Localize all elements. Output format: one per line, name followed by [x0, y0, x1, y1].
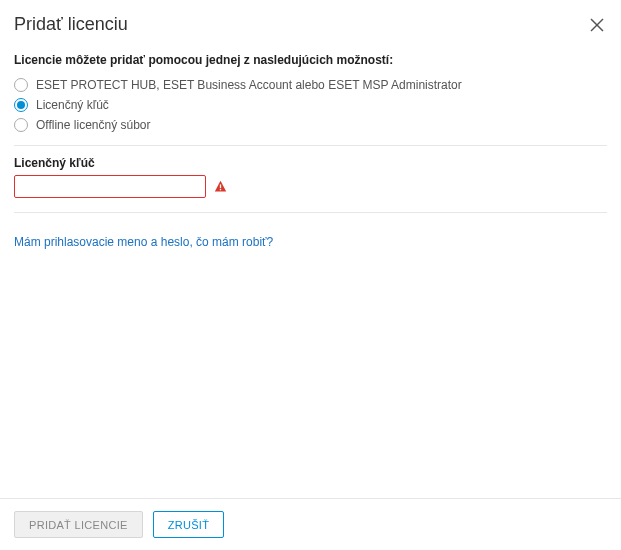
- license-method-radio-group: ESET PROTECT HUB, ESET Business Account …: [14, 75, 607, 135]
- radio-option-license-key[interactable]: Licenčný kľúč: [14, 95, 607, 115]
- cancel-button[interactable]: ZRUŠIŤ: [153, 511, 225, 538]
- dialog-footer: PRIDAŤ LICENCIE ZRUŠIŤ: [0, 498, 621, 550]
- close-button[interactable]: [587, 15, 607, 35]
- add-licenses-button[interactable]: PRIDAŤ LICENCIE: [14, 511, 143, 538]
- license-key-label: Licenčný kľúč: [14, 156, 607, 170]
- license-key-input[interactable]: [14, 175, 206, 198]
- radio-option-hub-account[interactable]: ESET PROTECT HUB, ESET Business Account …: [14, 75, 607, 95]
- radio-icon: [14, 118, 28, 132]
- help-link[interactable]: Mám prihlasovacie meno a heslo, čo mám r…: [14, 235, 607, 249]
- radio-icon: [14, 98, 28, 112]
- radio-icon: [14, 78, 28, 92]
- svg-rect-2: [220, 184, 221, 188]
- radio-label: ESET PROTECT HUB, ESET Business Account …: [36, 78, 462, 92]
- dialog-header: Pridať licenciu: [0, 0, 621, 45]
- options-heading: Licencie môžete pridať pomocou jednej z …: [14, 53, 607, 67]
- license-key-input-row: [14, 175, 607, 198]
- radio-option-offline-file[interactable]: Offline licenčný súbor: [14, 115, 607, 135]
- divider: [14, 145, 607, 146]
- dialog-content: Licencie môžete pridať pomocou jednej z …: [0, 45, 621, 498]
- radio-label: Offline licenčný súbor: [36, 118, 151, 132]
- svg-rect-3: [220, 189, 221, 190]
- dialog-title: Pridať licenciu: [14, 14, 128, 35]
- warning-icon: [214, 180, 227, 193]
- close-icon: [590, 18, 604, 32]
- radio-label: Licenčný kľúč: [36, 98, 109, 112]
- add-license-dialog: Pridať licenciu Licencie môžete pridať p…: [0, 0, 621, 550]
- divider: [14, 212, 607, 213]
